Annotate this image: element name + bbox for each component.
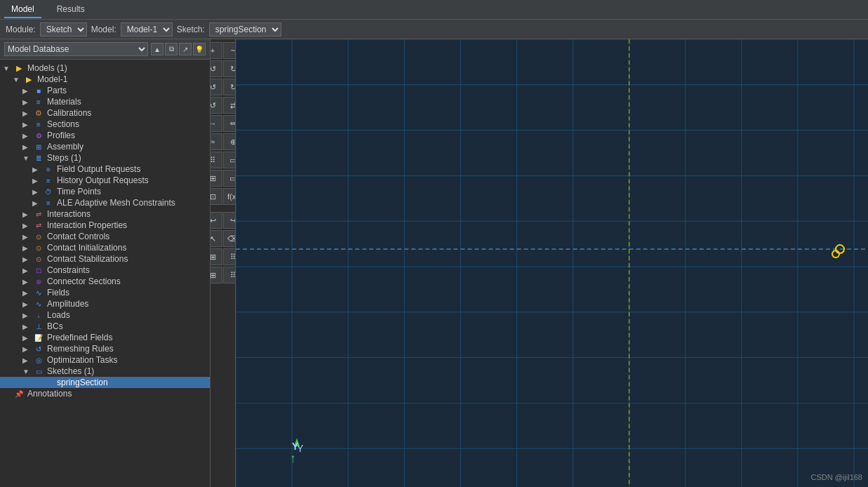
- tree-item-interaction-props[interactable]: ▶ ⇌ Interaction Properties: [0, 220, 210, 231]
- expand-icon-steps[interactable]: ▼: [22, 154, 32, 162]
- expand-icon-model1[interactable]: ▼: [13, 76, 22, 84]
- tree-item-predefined[interactable]: ▶ 📝 Predefined Fields: [0, 332, 210, 343]
- tree-item-contact-stab[interactable]: ▶ ⊙ Contact Stabilizations: [0, 253, 210, 265]
- grid1-btn[interactable]: ⊞: [211, 248, 222, 265]
- tree-item-sections[interactable]: ▶ ≡ Sections: [0, 119, 210, 130]
- expand-icon-connector-sec[interactable]: ▶: [22, 278, 32, 286]
- dot2-btn[interactable]: ⊡: [211, 188, 222, 205]
- rotate-ccw3-btn[interactable]: ↺: [211, 97, 222, 114]
- expand-icon-optim[interactable]: ▶: [22, 356, 32, 364]
- expand-icon-field-output[interactable]: ▶: [32, 166, 42, 173]
- tree-item-materials[interactable]: ▶ ≡ Materials: [0, 96, 210, 107]
- dot-rect-btn[interactable]: ⊞: [211, 170, 222, 187]
- rotate-cw2-btn[interactable]: ↻: [223, 79, 236, 95]
- sidebar-move-btn[interactable]: ↗: [179, 43, 192, 55]
- expand-icon-amplitudes[interactable]: ▶: [22, 300, 32, 308]
- expand-icon-contact-controls[interactable]: ▶: [22, 233, 32, 241]
- tool-group-14: ⊞▭: [211, 170, 236, 187]
- tree-item-history-output[interactable]: ▶ ≡ History Output Requests: [0, 175, 210, 186]
- expand-icon-assembly[interactable]: ▶: [22, 143, 32, 151]
- expand-icon-predefined[interactable]: ▶: [22, 334, 32, 342]
- sidebar-light-btn[interactable]: 💡: [193, 43, 206, 55]
- tree-item-contact-init[interactable]: ▶ ⊙ Contact Initializations: [0, 242, 210, 253]
- tree-item-constraints[interactable]: ▶ ⊡ Constraints: [0, 265, 210, 276]
- dots1-btn[interactable]: ⠿: [211, 152, 222, 168]
- expand-icon-sketches[interactable]: ▼: [22, 368, 32, 375]
- expand-icon-contact-init[interactable]: ▶: [22, 244, 32, 252]
- tab-results[interactable]: Results: [50, 1, 92, 18]
- expand-icon-remeshing[interactable]: ▶: [22, 345, 32, 353]
- tree-item-loads[interactable]: ▶ ↓ Loads: [0, 309, 210, 321]
- rotate-cw-btn[interactable]: ↻: [223, 60, 236, 77]
- add-btn[interactable]: +: [211, 42, 222, 59]
- tree-item-time-points[interactable]: ▶ ⏱ Time Points: [0, 186, 210, 197]
- tree-item-annotations[interactable]: 📌 Annotations: [0, 388, 210, 399]
- canvas-area[interactable]: Y Y ↑ CSDN @ijil168: [236, 39, 868, 487]
- tree-item-ale[interactable]: ▶ ≡ ALE Adaptive Mesh Constraints: [0, 197, 210, 208]
- expand-icon-models[interactable]: ▼: [3, 65, 13, 72]
- expand-icon-calibrations[interactable]: ▶: [22, 109, 32, 117]
- tree-item-field-output[interactable]: ▶ ≡ Field Output Requests: [0, 164, 210, 175]
- rect2-btn[interactable]: ▭: [223, 170, 236, 187]
- tree-item-bcs[interactable]: ▶ ⊥ BCs: [0, 321, 210, 332]
- expand-icon-profiles[interactable]: ▶: [22, 132, 32, 140]
- tree-item-calibrations[interactable]: ▶ ⚙ Calibrations: [0, 107, 210, 119]
- tree-item-interactions[interactable]: ▶ ⇌ Interactions: [0, 208, 210, 220]
- item-label-ale: ALE Adaptive Mesh Constraints: [57, 198, 175, 208]
- expand-icon-interactions[interactable]: ▶: [22, 211, 32, 218]
- expand-icon-interaction-props[interactable]: ▶: [22, 222, 32, 229]
- expand-icon-time-points[interactable]: ▶: [32, 188, 42, 196]
- tree-item-connector-sec[interactable]: ▶ ⊗ Connector Sections: [0, 276, 210, 287]
- grid3-btn[interactable]: ⊞: [211, 267, 222, 283]
- tree-item-profiles[interactable]: ▶ ⚙ Profiles: [0, 130, 210, 141]
- main-layout: Model Database ▲ ⧉ ↗ 💡 ▼ ▶ Models (1) ▼ …: [0, 39, 868, 487]
- fx-btn[interactable]: f(x): [223, 188, 236, 205]
- flip-btn[interactable]: ⇄: [223, 97, 236, 114]
- tree-item-models[interactable]: ▼ ▶ Models (1): [0, 62, 210, 74]
- model-database-select[interactable]: Model Database: [4, 42, 148, 56]
- tree-item-sketches[interactable]: ▼ ▭ Sketches (1): [0, 366, 210, 377]
- cross1-btn[interactable]: ⊕: [223, 133, 236, 150]
- eraser-btn[interactable]: ⌫: [223, 230, 236, 247]
- model-select[interactable]: Model-1: [121, 22, 173, 36]
- rect1-btn[interactable]: ▭: [223, 152, 236, 168]
- expand-icon-parts[interactable]: ▶: [22, 87, 32, 95]
- expand-icon-constraints[interactable]: ▶: [22, 267, 32, 274]
- cursor-btn[interactable]: ↖: [211, 230, 222, 247]
- rotate-ccw-btn[interactable]: ↺: [211, 60, 222, 77]
- module-select[interactable]: Sketch: [40, 22, 87, 36]
- item-label-sections: Sections: [47, 119, 79, 129]
- grid2-btn[interactable]: ⠿: [223, 248, 236, 265]
- tab-model[interactable]: Model: [4, 1, 41, 18]
- redo-btn[interactable]: ↪: [223, 212, 236, 229]
- tree-item-fields[interactable]: ▶ ∿ Fields: [0, 287, 210, 298]
- expand-icon-ale[interactable]: ▶: [32, 199, 42, 207]
- expand-icon-sections[interactable]: ▶: [22, 121, 32, 128]
- expand-icon-materials[interactable]: ▶: [22, 98, 32, 106]
- grid4-btn[interactable]: ⠿: [223, 267, 236, 283]
- item-icon-spring-section: [42, 378, 55, 387]
- tree-item-model1[interactable]: ▼ ▶ Model-1: [0, 74, 210, 85]
- pencil-btn[interactable]: ✏: [223, 115, 236, 132]
- tree-item-optim[interactable]: ▶ ◎ Optimization Tasks: [0, 354, 210, 366]
- tree-item-parts[interactable]: ▶ ■ Parts: [0, 85, 210, 96]
- expand-icon-fields[interactable]: ▶: [22, 289, 32, 297]
- tree-item-remeshing[interactable]: ▶ ↺ Remeshing Rules: [0, 343, 210, 354]
- tree-item-steps[interactable]: ▼ ≣ Steps (1): [0, 152, 210, 164]
- sidebar-copy-btn[interactable]: ⧉: [165, 43, 178, 55]
- tree-item-spring-section[interactable]: springSection: [0, 377, 210, 388]
- wave2-btn[interactable]: ≈: [211, 133, 222, 150]
- expand-icon-loads[interactable]: ▶: [22, 312, 32, 319]
- sidebar-up-btn[interactable]: ▲: [151, 43, 163, 55]
- expand-icon-history-output[interactable]: ▶: [32, 177, 42, 185]
- sketch-select[interactable]: springSection: [209, 22, 281, 36]
- arrow-right-btn[interactable]: →: [211, 115, 222, 132]
- wave-btn[interactable]: ~: [223, 42, 236, 59]
- undo-btn[interactable]: ↩: [211, 212, 222, 229]
- tree-item-amplitudes[interactable]: ▶ ∿ Amplitudes: [0, 298, 210, 309]
- tree-item-assembly[interactable]: ▶ ⊞ Assembly: [0, 141, 210, 152]
- rotate-ccw2-btn[interactable]: ↺: [211, 79, 222, 95]
- tree-item-contact-controls[interactable]: ▶ ⊙ Contact Controls: [0, 231, 210, 242]
- expand-icon-contact-stab[interactable]: ▶: [22, 255, 32, 263]
- expand-icon-bcs[interactable]: ▶: [22, 323, 32, 331]
